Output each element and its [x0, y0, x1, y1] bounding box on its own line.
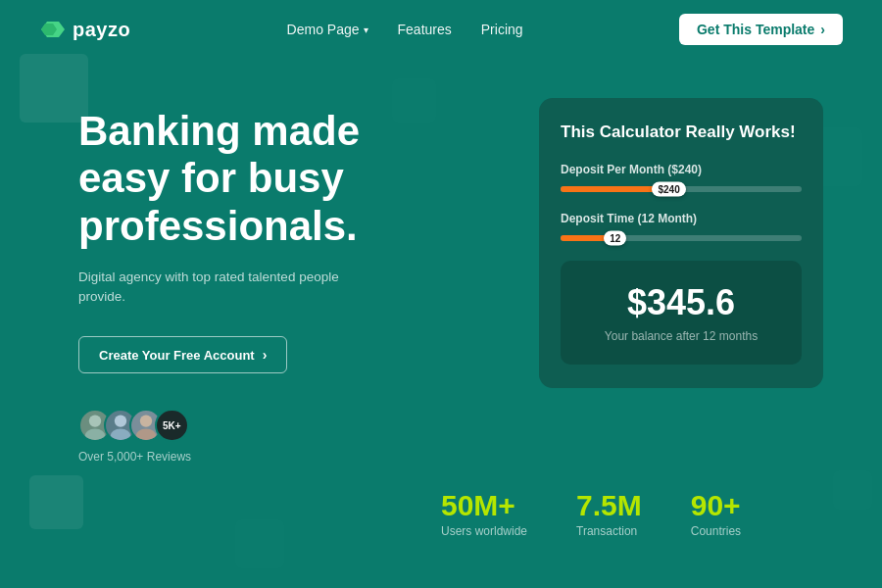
hero-section: Banking made easy for busy professionals… [78, 88, 480, 464]
avatars-row: 5K+ [78, 409, 480, 442]
chevron-down-icon: ▾ [364, 24, 368, 35]
deposit-slider-thumb: $240 [652, 182, 685, 197]
nav-demo[interactable]: Demo Page ▾ [287, 22, 368, 37]
svg-point-3 [84, 429, 105, 442]
stat-item-1: 7.5M Transaction [576, 491, 642, 538]
nav-pricing[interactable]: Pricing [481, 22, 523, 37]
hero-heading: Banking made easy for busy professionals… [78, 108, 431, 250]
reviews-text: Over 5,000+ Reviews [78, 450, 480, 464]
svg-point-2 [89, 416, 101, 427]
arrow-icon: › [820, 22, 825, 37]
stats-row: 50M+ Users worldwide 7.5M Transaction 90… [0, 471, 882, 538]
svg-point-7 [135, 429, 156, 442]
arrow-right-icon: › [263, 347, 268, 363]
nav-cta-button[interactable]: Get This Template › [679, 14, 843, 45]
navbar: payzo Demo Page ▾ Features Pricing Get T… [0, 0, 882, 59]
main-content: Banking made easy for busy professionals… [0, 59, 882, 464]
stat-label-2: Countries [691, 524, 741, 538]
nav-features[interactable]: Features [398, 22, 452, 37]
logo-icon [39, 16, 67, 43]
nav-links: Demo Page ▾ Features Pricing [287, 22, 523, 37]
logo[interactable]: payzo [39, 16, 130, 43]
stat-value-2: 90+ [691, 491, 741, 520]
time-slider-thumb: 12 [604, 231, 626, 246]
time-label: Deposit Time (12 Month) [561, 212, 802, 225]
svg-point-6 [140, 416, 152, 427]
create-account-button[interactable]: Create Your Free Account › [78, 336, 287, 373]
hero-subtext: Digital agency with top rated talented p… [78, 268, 353, 308]
calculator-card: This Calculator Really Works! Deposit Pe… [539, 98, 823, 388]
deposit-slider-track[interactable]: $240 [561, 186, 802, 192]
result-box: $345.6 Your balance after 12 months [561, 261, 802, 365]
stat-label-0: Users worldwide [441, 524, 527, 538]
result-label: Your balance after 12 months [582, 329, 780, 343]
avatar-count: 5K+ [155, 409, 189, 442]
deposit-label: Deposit Per Month ($240) [561, 163, 802, 176]
svg-point-4 [115, 416, 126, 427]
result-amount: $345.6 [582, 282, 780, 323]
svg-point-5 [110, 429, 130, 442]
stat-value-1: 7.5M [576, 491, 642, 520]
brand-name: payzo [73, 19, 130, 41]
calculator-title: This Calculator Really Works! [561, 122, 802, 143]
stat-item-0: 50M+ Users worldwide [441, 491, 527, 538]
stat-label-1: Transaction [576, 524, 642, 538]
stat-value-0: 50M+ [441, 491, 527, 520]
time-slider-track[interactable]: 12 [561, 235, 802, 241]
stat-item-2: 90+ Countries [691, 491, 741, 538]
